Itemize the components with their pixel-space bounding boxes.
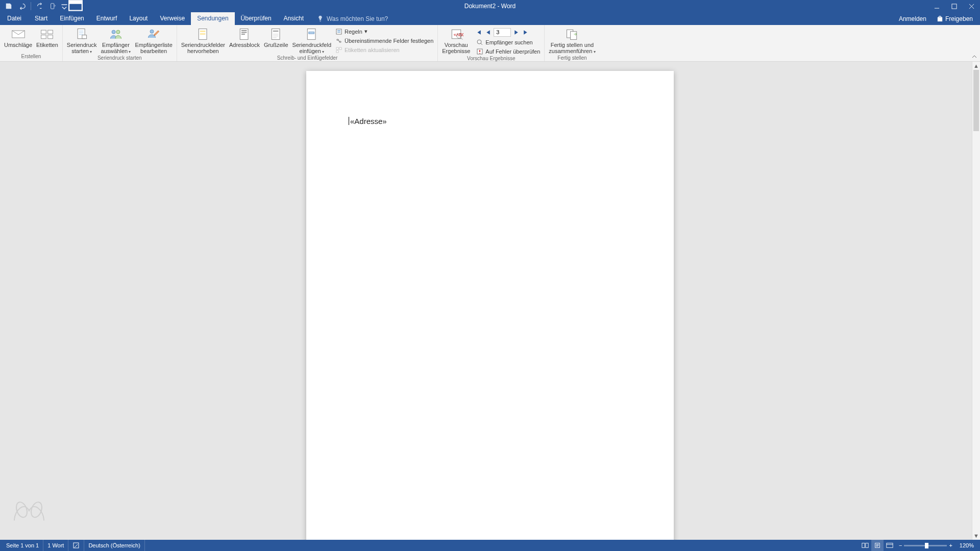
redo-button[interactable] xyxy=(34,1,45,12)
scroll-down-button[interactable]: ▼ xyxy=(972,532,980,540)
view-read-mode-button[interactable] xyxy=(859,540,871,551)
decorative-watermark xyxy=(9,496,49,525)
status-word-count[interactable]: 1 Wort xyxy=(43,540,68,551)
scroll-up-button[interactable]: ▲ xyxy=(972,62,980,70)
edit-recipient-list-button[interactable]: Empfängerliste bearbeiten xyxy=(133,26,174,54)
collapse-ribbon-button[interactable] xyxy=(971,53,978,60)
insert-merge-field-button[interactable]: Seriendruckfeld einfügen xyxy=(290,26,333,55)
finish-merge-button[interactable]: Fertig stellen und zusammenführen xyxy=(547,26,597,55)
last-record-button[interactable] xyxy=(522,28,530,37)
view-print-layout-button[interactable] xyxy=(871,540,884,551)
envelopes-button[interactable]: Umschläge xyxy=(2,26,34,48)
svg-rect-35 xyxy=(570,32,576,40)
svg-rect-3 xyxy=(951,4,956,8)
status-page[interactable]: Seite 1 von 1 xyxy=(2,540,43,551)
match-fields-icon xyxy=(335,37,342,44)
svg-rect-16 xyxy=(200,33,206,35)
tab-references[interactable]: Verweise xyxy=(154,12,191,25)
check-errors-button[interactable]: Auf Fehler überprüfen xyxy=(474,47,542,56)
page[interactable]: «Adresse» xyxy=(306,71,674,540)
address-block-button[interactable]: Adressblock xyxy=(227,26,262,48)
tab-insert[interactable]: Einfügen xyxy=(54,12,90,25)
svg-rect-27 xyxy=(339,47,341,49)
minimize-button[interactable] xyxy=(928,0,945,12)
sign-in-button[interactable]: Anmelden xyxy=(896,15,929,22)
rules-icon xyxy=(335,28,342,35)
next-record-button[interactable] xyxy=(512,28,521,37)
tab-start[interactable]: Start xyxy=(29,12,54,25)
labels-icon xyxy=(39,27,55,41)
svg-rect-6 xyxy=(48,30,53,34)
svg-rect-42 xyxy=(887,543,893,548)
qat-customize-button[interactable] xyxy=(61,1,68,12)
zoom-slider[interactable] xyxy=(904,545,947,546)
share-icon xyxy=(937,15,943,22)
share-label: Freigeben xyxy=(945,15,973,22)
highlight-merge-fields-button[interactable]: Seriendruckfelder hervorheben xyxy=(179,26,227,54)
svg-rect-19 xyxy=(241,32,247,33)
start-mail-merge-button[interactable]: Seriendruck starten xyxy=(65,26,99,55)
window-title: Dokument2 - Word xyxy=(464,3,516,10)
finish-icon xyxy=(564,27,580,41)
tell-me[interactable] xyxy=(317,12,419,25)
tell-me-input[interactable] xyxy=(327,15,419,22)
touch-mode-button[interactable] xyxy=(47,1,59,12)
labels-button[interactable]: Etiketten xyxy=(34,26,60,48)
tab-view[interactable]: Ansicht xyxy=(278,12,310,25)
zoom-out-button[interactable]: − xyxy=(899,542,902,548)
undo-button[interactable] xyxy=(16,1,28,12)
merge-field-text: «Adresse» xyxy=(350,117,387,126)
tab-layout[interactable]: Layout xyxy=(123,12,154,25)
select-recipients-button[interactable]: Empfänger auswählen xyxy=(99,26,133,55)
vertical-scrollbar[interactable]: ▲ ▼ xyxy=(972,62,980,540)
rules-button[interactable]: Regeln ▾ xyxy=(333,27,435,36)
svg-text:«ABC»: «ABC» xyxy=(454,32,463,37)
first-record-button[interactable] xyxy=(474,28,483,37)
tab-mailings[interactable]: Sendungen xyxy=(191,12,234,25)
address-block-icon xyxy=(236,27,253,41)
ribbon-tabs: Datei Start Einfügen Entwurf Layout Verw… xyxy=(0,12,980,25)
status-bar: Seite 1 von 1 1 Wort Deutsch (Österreich… xyxy=(0,540,980,551)
preview-icon: «ABC» xyxy=(448,27,464,41)
lightbulb-icon xyxy=(317,15,324,22)
view-web-layout-button[interactable] xyxy=(884,540,896,551)
tab-file[interactable]: Datei xyxy=(0,12,29,25)
group-label-fertig: Fertig stellen xyxy=(545,55,599,61)
svg-point-36 xyxy=(14,500,29,519)
share-button[interactable]: Freigeben xyxy=(934,15,976,22)
title-bar: Dokument2 - Word xyxy=(0,0,980,12)
group-label-erstellen: Erstellen xyxy=(0,54,62,61)
quick-access-toolbar xyxy=(0,1,68,12)
group-felder: Seriendruckfelder hervorheben Adressbloc… xyxy=(177,25,438,61)
scroll-thumb[interactable] xyxy=(973,70,979,131)
greeting-line-button[interactable]: Grußzeile xyxy=(262,26,290,48)
svg-rect-24 xyxy=(309,32,314,34)
record-navigation xyxy=(474,27,542,37)
search-icon xyxy=(476,39,483,46)
group-seriendruck-starten: Seriendruck starten Empfänger auswählen … xyxy=(63,25,177,61)
group-erstellen: Umschläge Etiketten Erstellen xyxy=(0,25,63,61)
svg-rect-10 xyxy=(82,35,87,39)
prev-record-button[interactable] xyxy=(484,28,493,37)
maximize-button[interactable] xyxy=(945,0,963,12)
tab-review[interactable]: Überprüfen xyxy=(235,12,278,25)
svg-rect-39 xyxy=(862,543,865,548)
record-number-input[interactable] xyxy=(494,28,511,37)
preview-results-button[interactable]: «ABC» Vorschau Ergebnisse xyxy=(440,26,472,54)
zoom-in-button[interactable]: + xyxy=(949,542,952,548)
status-proofing[interactable] xyxy=(68,540,84,551)
close-button[interactable] xyxy=(963,0,980,12)
zoom-level[interactable]: 120% xyxy=(955,540,978,551)
document-icon xyxy=(74,27,90,41)
status-language[interactable]: Deutsch (Österreich) xyxy=(84,540,144,551)
group-label-felder: Schreib- und Einfügefelder xyxy=(177,55,438,61)
window-controls xyxy=(928,0,980,12)
greeting-icon xyxy=(268,27,284,41)
find-recipient-button[interactable]: Empfänger suchen xyxy=(474,38,542,46)
tab-design[interactable]: Entwurf xyxy=(90,12,124,25)
ribbon-display-options-button[interactable] xyxy=(68,0,83,12)
svg-point-37 xyxy=(29,500,44,519)
update-labels-icon xyxy=(335,46,342,54)
match-fields-button[interactable]: Übereinstimmende Felder festlegen xyxy=(333,36,435,45)
save-button[interactable] xyxy=(3,1,14,12)
